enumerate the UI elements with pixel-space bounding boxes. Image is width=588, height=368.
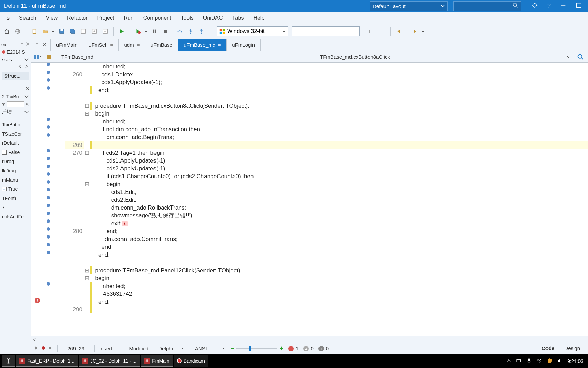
- menu-item-tabs[interactable]: Tabs: [228, 13, 249, 23]
- file-tab-uFmMain[interactable]: uFmMain: [51, 39, 83, 51]
- structure-button[interactable]: Struc...: [2, 72, 29, 80]
- search-icon[interactable]: [576, 52, 585, 62]
- property-item[interactable]: TFont): [1, 193, 30, 202]
- panel-item[interactable]: 斤增: [1, 108, 30, 116]
- getit-icon[interactable]: [532, 2, 538, 10]
- tray-up-icon[interactable]: [506, 358, 511, 365]
- pin-icon[interactable]: [35, 42, 39, 48]
- menu-item-refactor[interactable]: Refactor: [62, 13, 92, 23]
- mic-icon[interactable]: [526, 358, 532, 365]
- step-into-icon[interactable]: [186, 27, 195, 36]
- search-icon[interactable]: [26, 102, 29, 107]
- insert-mode-combo[interactable]: Insert: [99, 346, 125, 351]
- property-item[interactable]: rDrag: [1, 156, 30, 165]
- taskbar-item[interactable]: ⚙JC_02 - Delphi 11 - ...: [79, 355, 140, 367]
- nav-left-icon[interactable]: [18, 64, 22, 70]
- home-icon[interactable]: [2, 27, 12, 36]
- clock[interactable]: 9:21:03: [567, 358, 583, 364]
- encoding-combo[interactable]: ANSI: [195, 346, 226, 351]
- maximize-icon[interactable]: [576, 2, 582, 10]
- horizontal-scrollbar[interactable]: [31, 336, 588, 342]
- open-unit-icon[interactable]: [79, 27, 88, 36]
- taskbar-item[interactable]: [2, 355, 15, 367]
- members-icon[interactable]: [46, 54, 56, 60]
- property-item[interactable]: TcxButto: [1, 119, 30, 128]
- file-tab-uFmLogin[interactable]: uFmLogin: [227, 39, 261, 51]
- panel-item[interactable]: sses: [1, 56, 30, 63]
- design-tab[interactable]: Design: [559, 344, 585, 353]
- minimize-icon[interactable]: [560, 2, 566, 10]
- close-icon[interactable]: [26, 87, 30, 92]
- run-debug-dropdown[interactable]: [144, 28, 148, 34]
- taskbar-item[interactable]: ⚙FmMain: [141, 355, 173, 367]
- warning-count[interactable]: ▲0: [303, 346, 313, 351]
- menu-item-component[interactable]: Component: [138, 13, 176, 23]
- run-icon[interactable]: [117, 27, 127, 36]
- error-item[interactable]: E2014 S: [1, 48, 30, 56]
- platform-combo[interactable]: Windows 32-bit: [217, 26, 288, 36]
- file-tab-uFmSell[interactable]: uFmSell: [83, 39, 119, 51]
- macro-record-icon[interactable]: [41, 346, 46, 351]
- battery-icon[interactable]: [516, 358, 522, 365]
- globe-icon[interactable]: [13, 27, 22, 36]
- layout-combo[interactable]: Default Layout: [370, 1, 448, 11]
- property-item[interactable]: ✓True: [1, 184, 30, 193]
- panel-item[interactable]: 2 TcxBu: [1, 93, 30, 101]
- pin-icon[interactable]: [20, 87, 24, 92]
- macro-play-icon[interactable]: [34, 346, 39, 351]
- save-all-icon[interactable]: [68, 27, 77, 36]
- method-combo[interactable]: TFmBase_md.cxButton8aClick: [317, 54, 573, 60]
- macro-stop-icon[interactable]: [48, 346, 52, 351]
- info-count[interactable]: i0: [318, 346, 329, 351]
- speaker-icon[interactable]: [557, 358, 562, 365]
- menu-item-search[interactable]: Search: [14, 13, 41, 23]
- open-icon[interactable]: [40, 27, 50, 36]
- menu-item-view[interactable]: View: [41, 13, 62, 23]
- close-icon[interactable]: [26, 42, 30, 47]
- new-icon[interactable]: [30, 27, 39, 36]
- class-combo[interactable]: TFmBase_md: [59, 54, 314, 60]
- menu-item-tools[interactable]: Tools: [176, 13, 198, 23]
- menu-item-unidac[interactable]: UniDAC: [198, 13, 228, 23]
- wifi-icon[interactable]: [537, 358, 542, 365]
- file-tab-udm[interactable]: udm: [119, 39, 145, 51]
- property-item[interactable]: mManu: [1, 174, 30, 184]
- nav-back-dropdown[interactable]: [405, 28, 409, 34]
- property-item[interactable]: ookAndFee: [1, 211, 30, 220]
- close-icon[interactable]: [42, 42, 47, 48]
- language-combo[interactable]: Delphi: [158, 346, 185, 351]
- file-tab-uFmBase_md[interactable]: uFmBase_md: [178, 39, 227, 51]
- step-out-icon[interactable]: [197, 27, 206, 36]
- zoom-in-icon[interactable]: +: [279, 344, 283, 352]
- filter-input[interactable]: [7, 101, 24, 107]
- property-item[interactable]: rDefault: [1, 138, 30, 147]
- code-tab[interactable]: Code: [537, 344, 560, 353]
- taskbar-item[interactable]: Bandicam: [174, 355, 208, 367]
- filter-icon[interactable]: [2, 102, 6, 107]
- zoom-slider[interactable]: − +: [231, 344, 283, 352]
- stop-icon[interactable]: [161, 27, 170, 36]
- property-item[interactable]: 7: [1, 202, 30, 211]
- property-item[interactable]: lkDrag: [1, 165, 30, 174]
- device-combo[interactable]: [292, 26, 360, 36]
- zoom-out-icon[interactable]: −: [231, 344, 235, 352]
- menu-item-s[interactable]: s: [2, 13, 14, 23]
- code-editor[interactable]: · inherited;260 cds1.Delete;· cds1.Apply…: [31, 63, 588, 336]
- property-item[interactable]: TSizeCor: [1, 128, 30, 138]
- nav-right-icon[interactable]: [24, 64, 28, 70]
- types-icon[interactable]: [34, 54, 44, 60]
- save-icon[interactable]: [57, 27, 66, 36]
- pin-icon[interactable]: [20, 42, 24, 47]
- menu-item-run[interactable]: Run: [119, 13, 138, 23]
- scroll-left-icon[interactable]: [33, 337, 37, 343]
- run-dropdown[interactable]: [128, 28, 132, 34]
- deploy-icon[interactable]: [362, 27, 372, 36]
- nav-fwd-icon[interactable]: [410, 27, 420, 36]
- menu-item-project[interactable]: Project: [93, 13, 119, 23]
- nav-back-icon[interactable]: [394, 27, 404, 36]
- project-remove-icon[interactable]: [100, 27, 110, 36]
- pause-icon[interactable]: [150, 27, 159, 36]
- help-icon[interactable]: ?: [547, 3, 551, 10]
- menu-item-help[interactable]: Help: [248, 13, 269, 23]
- nav-fwd-dropdown[interactable]: [421, 28, 425, 34]
